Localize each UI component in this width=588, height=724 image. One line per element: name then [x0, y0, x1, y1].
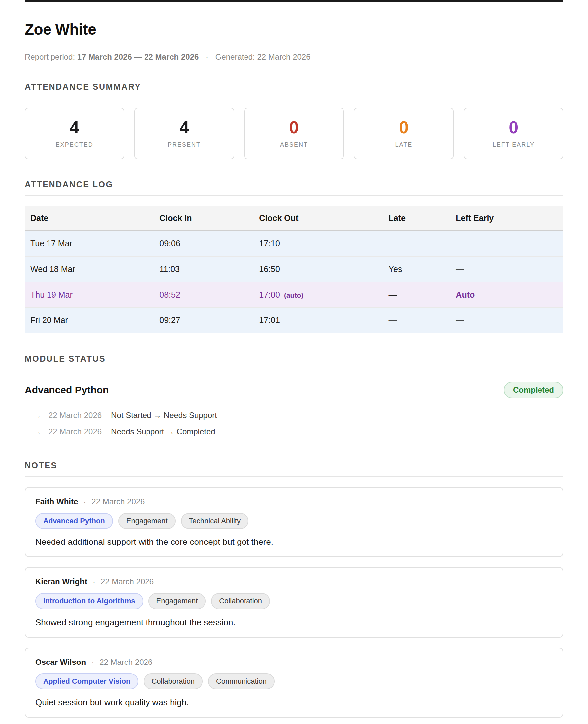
cell-late: Yes [383, 256, 450, 282]
summary-cards: 4 EXPECTED 4 PRESENT 0 ABSENT 0 LATE 0 L… [25, 108, 563, 159]
attendance-log-title: ATTENDANCE LOG [25, 180, 563, 196]
note-separator: · [83, 497, 86, 506]
note-body: Needed additional support with the core … [35, 537, 553, 547]
report-period-label: Report period: [25, 52, 75, 61]
cell-left-early: — [450, 307, 563, 333]
absent-label: ABSENT [280, 141, 308, 148]
module-tag: Advanced Python [35, 513, 113, 529]
column-header-date: Date [25, 206, 154, 231]
column-header-clock-out: Clock Out [253, 206, 383, 231]
absent-count: 0 [289, 119, 299, 136]
note-separator: · [93, 577, 95, 586]
cell-clock-out: 17:01 [253, 307, 383, 333]
history-date: 22 March 2026 [48, 410, 102, 420]
meta-separator: · [206, 52, 208, 61]
column-header-left-early: Left Early [450, 206, 563, 231]
note-card: Kieran Wright · 22 March 2026 Introducti… [25, 567, 563, 637]
category-tag: Communication [208, 673, 275, 689]
note-tags: Advanced Python Engagement Technical Abi… [35, 513, 553, 529]
note-header: Kieran Wright · 22 March 2026 [35, 577, 553, 586]
module-tag: Introduction to Algorithms [35, 593, 143, 609]
present-count: 4 [180, 119, 189, 136]
note-separator: · [91, 658, 94, 667]
table-row: Wed 18 Mar 11:03 16:50 Yes — [25, 256, 563, 282]
generated-date: Generated: 22 March 2026 [215, 52, 311, 61]
column-header-late: Late [383, 206, 450, 231]
cell-left-early: Auto [450, 282, 563, 307]
cell-late: — [383, 231, 450, 256]
table-row: Thu 19 Mar 08:52 17:00(auto) — Auto [25, 282, 563, 307]
history-item: → 22 March 2026 Needs Support → Complete… [25, 423, 563, 440]
cell-late: — [383, 307, 450, 333]
status-badge: Completed [504, 382, 563, 398]
note-date: 22 March 2026 [91, 497, 145, 506]
left-early-count: 0 [509, 119, 518, 136]
table-row: Fri 20 Mar 09:27 17:01 — — [25, 307, 563, 333]
note-date: 22 March 2026 [101, 577, 154, 586]
category-tag: Engagement [148, 593, 206, 609]
summary-card-absent: 0 ABSENT [244, 108, 344, 159]
module-status-title: MODULE STATUS [25, 354, 563, 370]
note-author: Kieran Wright [35, 577, 87, 586]
category-tag: Engagement [118, 513, 176, 529]
note-body: Showed strong engagement throughout the … [35, 617, 553, 628]
cell-left-early: — [450, 231, 563, 256]
note-author: Oscar Wilson [35, 658, 86, 667]
note-author: Faith White [35, 497, 78, 506]
cell-clock-out: 17:10 [253, 231, 383, 256]
attendance-summary-title: ATTENDANCE SUMMARY [25, 82, 563, 98]
note-card: Faith White · 22 March 2026 Advanced Pyt… [25, 487, 563, 557]
module-header: Advanced Python Completed [25, 382, 563, 398]
cell-clock-in: 09:06 [154, 231, 253, 256]
history-transition: Not Started → Needs Support [111, 410, 217, 420]
summary-card-expected: 4 EXPECTED [25, 108, 124, 159]
note-header: Faith White · 22 March 2026 [35, 497, 553, 506]
page-title: Zoe White [25, 20, 563, 38]
late-label: LATE [395, 141, 413, 148]
history-item: → 22 March 2026 Not Started → Needs Supp… [25, 407, 563, 423]
column-header-clock-in: Clock In [154, 206, 253, 231]
cell-clock-out: 17:00(auto) [253, 282, 383, 307]
cell-clock-in: 09:27 [154, 307, 253, 333]
summary-card-late: 0 LATE [354, 108, 454, 159]
category-tag: Collaboration [211, 593, 270, 609]
summary-card-left-early: 0 LEFT EARLY [464, 108, 563, 159]
left-early-label: LEFT EARLY [493, 141, 534, 148]
cell-clock-in: 08:52 [154, 282, 253, 307]
cell-date: Thu 19 Mar [25, 282, 154, 307]
category-tag: Technical Ability [181, 513, 249, 529]
note-date: 22 March 2026 [99, 658, 152, 667]
note-body: Quiet session but work quality was high. [35, 698, 553, 708]
late-count: 0 [399, 119, 408, 136]
note-tags: Introduction to Algorithms Engagement Co… [35, 593, 553, 609]
module-name: Advanced Python [25, 384, 109, 396]
summary-card-present: 4 PRESENT [134, 108, 234, 159]
expected-count: 4 [70, 119, 79, 136]
attendance-table: Date Clock In Clock Out Late Left Early … [25, 206, 563, 334]
table-row: Tue 17 Mar 09:06 17:10 — — [25, 231, 563, 256]
report-page: Zoe White Report period: 17 March 2026 —… [25, 0, 563, 724]
note-tags: Applied Computer Vision Collaboration Co… [35, 673, 553, 689]
note-card: Oscar Wilson · 22 March 2026 Applied Com… [25, 647, 563, 718]
category-tag: Collaboration [144, 673, 203, 689]
cell-date: Wed 18 Mar [25, 256, 154, 282]
cell-clock-in: 11:03 [154, 256, 253, 282]
report-period-value: 17 March 2026 — 22 March 2026 [78, 52, 199, 61]
history-date: 22 March 2026 [48, 427, 102, 437]
note-header: Oscar Wilson · 22 March 2026 [35, 658, 553, 667]
auto-suffix: (auto) [284, 291, 303, 299]
cell-late: — [383, 282, 450, 307]
notes-title: NOTES [25, 461, 563, 477]
expected-label: EXPECTED [56, 141, 93, 148]
report-meta: Report period: 17 March 2026 — 22 March … [25, 52, 563, 61]
history-transition: Needs Support → Completed [111, 427, 215, 437]
cell-date: Fri 20 Mar [25, 307, 154, 333]
cell-left-early: — [450, 256, 563, 282]
cell-clock-out: 16:50 [253, 256, 383, 282]
module-history: → 22 March 2026 Not Started → Needs Supp… [25, 407, 563, 440]
arrow-right-icon: → [34, 428, 41, 437]
present-label: PRESENT [168, 141, 201, 148]
table-header-row: Date Clock In Clock Out Late Left Early [25, 206, 563, 231]
arrow-right-icon: → [34, 411, 41, 420]
module-tag: Applied Computer Vision [35, 673, 138, 689]
